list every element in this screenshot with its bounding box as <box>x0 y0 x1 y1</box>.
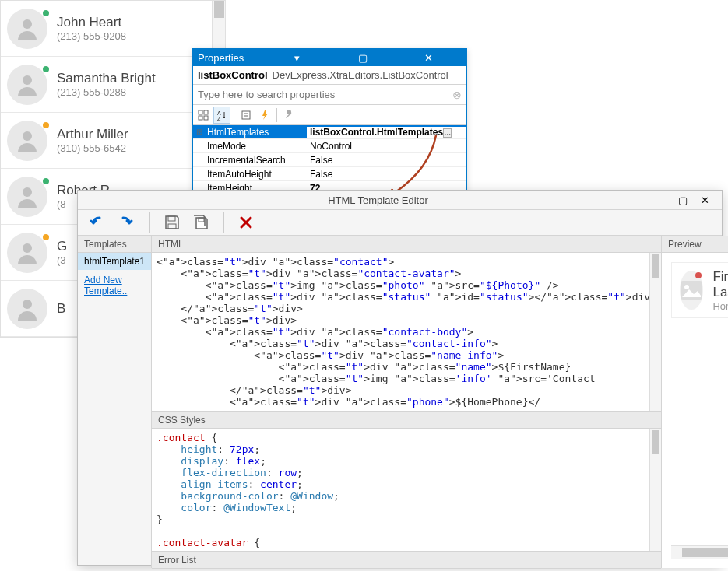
svg-text:Z: Z <box>217 116 221 121</box>
property-grid[interactable]: ⊞ HtmlTemplates listBoxControl.HtmlTempl… <box>193 125 466 195</box>
maximize-icon[interactable]: ▢ <box>330 51 396 65</box>
property-name: ImeMode <box>206 141 307 152</box>
property-value[interactable]: False <box>307 169 466 180</box>
status-dot <box>43 10 49 16</box>
contact-phone: (213) 555-9208 <box>57 30 219 42</box>
ellipsis-button[interactable]: … <box>443 128 452 138</box>
editor-title: HTML Template Editor <box>84 194 672 206</box>
template-item[interactable]: htmlTemplate1 <box>78 253 151 270</box>
horizontal-scrollbar[interactable] <box>671 545 728 559</box>
contact-name: John Heart <box>57 15 219 30</box>
object-name: listBoxControl <box>198 69 268 81</box>
preview-item: FirstName LastName HomePhone <box>671 262 728 318</box>
avatar <box>7 65 47 105</box>
svg-rect-7 <box>204 110 208 114</box>
property-value[interactable]: listBoxControl.HtmlTemplates… <box>307 127 466 138</box>
maximize-icon[interactable]: ▢ <box>672 191 694 209</box>
svg-point-4 <box>23 243 32 253</box>
avatar <box>7 233 47 273</box>
svg-text:A: A <box>217 110 221 116</box>
list-item[interactable]: John Heart (213) 555-9208 <box>1 1 225 57</box>
code-panel: HTML <"a">class="t">div "a">class="conta… <box>152 236 662 568</box>
html-template-editor-window: HTML Template Editor ▢ ✕ Templates htmlT… <box>77 190 723 566</box>
events-icon[interactable] <box>256 107 273 124</box>
object-selector[interactable]: listBoxControl DevExpress.XtraEditors.Li… <box>193 66 466 85</box>
avatar <box>7 177 47 217</box>
property-row[interactable]: IncrementalSearch False <box>193 153 466 167</box>
clear-search-icon[interactable]: ⊗ <box>452 89 462 101</box>
status-dot <box>43 66 49 72</box>
svg-point-17 <box>684 285 689 289</box>
add-template-link[interactable]: Add New Template.. <box>78 270 151 301</box>
svg-rect-13 <box>168 216 175 221</box>
property-value[interactable]: False <box>307 155 466 166</box>
css-header: CSS Styles <box>152 412 661 429</box>
avatar <box>680 271 703 310</box>
alphabetical-icon[interactable]: AZ <box>213 107 230 124</box>
list-item[interactable]: Samantha Bright (213) 555-0288 <box>1 57 225 113</box>
error-list-header[interactable]: Error List <box>152 552 661 569</box>
html-header: HTML <box>152 236 661 253</box>
object-type: DevExpress.XtraEditors.ListBoxControl <box>273 69 448 81</box>
status-dot <box>43 122 49 128</box>
svg-point-1 <box>23 75 32 85</box>
svg-point-0 <box>23 19 32 29</box>
css-editor[interactable]: .contact { height: 72px; display: flex; … <box>152 429 661 551</box>
status-dot <box>43 178 49 184</box>
save-all-button[interactable] <box>189 210 214 235</box>
property-value[interactable]: NoControl <box>307 141 466 152</box>
svg-rect-8 <box>199 116 202 120</box>
properties-title: Properties <box>198 52 264 64</box>
preview-name: FirstName LastName <box>712 269 728 300</box>
svg-point-2 <box>23 131 32 141</box>
svg-point-5 <box>23 300 32 309</box>
list-item[interactable]: Arthur Miller (310) 555-6542 <box>1 113 225 169</box>
dropdown-icon[interactable]: ▾ <box>264 51 330 65</box>
properties-window: Properties ▾ ▢ ✕ listBoxControl DevExpre… <box>192 48 467 196</box>
property-search[interactable]: ⊗ <box>193 85 466 105</box>
svg-rect-14 <box>168 224 176 229</box>
vertical-scrollbar[interactable] <box>649 429 661 551</box>
close-icon[interactable]: ✕ <box>694 191 716 209</box>
search-input[interactable] <box>198 89 452 100</box>
editor-toolbar <box>78 210 722 236</box>
svg-rect-6 <box>199 110 202 114</box>
avatar <box>7 9 47 49</box>
vertical-scrollbar[interactable] <box>649 253 661 411</box>
status-dot <box>43 234 49 240</box>
property-row[interactable]: ⊞ HtmlTemplates listBoxControl.HtmlTempl… <box>193 125 466 139</box>
avatar <box>7 121 47 161</box>
editor-titlebar[interactable]: HTML Template Editor ▢ ✕ <box>78 191 722 210</box>
properties-icon[interactable] <box>237 107 255 124</box>
preview-header: Preview <box>662 236 728 253</box>
templates-header: Templates <box>78 236 151 253</box>
property-name: ItemAutoHeight <box>206 169 307 180</box>
property-row[interactable]: ItemAutoHeight False <box>193 167 466 181</box>
undo-button[interactable] <box>86 210 111 235</box>
wrench-icon[interactable] <box>280 107 297 124</box>
templates-panel: Templates htmlTemplate1 Add New Template… <box>78 236 152 568</box>
property-row[interactable]: ImeMode NoControl <box>193 139 466 153</box>
preview-panel: Preview FirstName LastName HomePhone <box>662 236 728 568</box>
svg-rect-9 <box>204 116 208 120</box>
svg-point-3 <box>23 187 32 197</box>
property-name: IncrementalSearch <box>206 155 307 166</box>
properties-toolbar: AZ <box>193 105 466 125</box>
status-dot <box>695 272 702 278</box>
avatar <box>7 289 47 329</box>
properties-titlebar[interactable]: Properties ▾ ▢ ✕ <box>193 49 466 66</box>
svg-rect-12 <box>242 111 250 119</box>
close-icon[interactable]: ✕ <box>396 51 462 65</box>
save-button[interactable] <box>160 210 185 235</box>
image-placeholder-icon <box>680 280 703 300</box>
categorized-icon[interactable] <box>195 107 212 124</box>
html-editor[interactable]: <"a">class="t">div "a">class="contact"> … <box>152 253 661 411</box>
preview-phone: HomePhone <box>712 300 728 312</box>
property-name: HtmlTemplates <box>206 127 307 138</box>
delete-button[interactable] <box>234 210 258 235</box>
redo-button[interactable] <box>115 210 140 235</box>
